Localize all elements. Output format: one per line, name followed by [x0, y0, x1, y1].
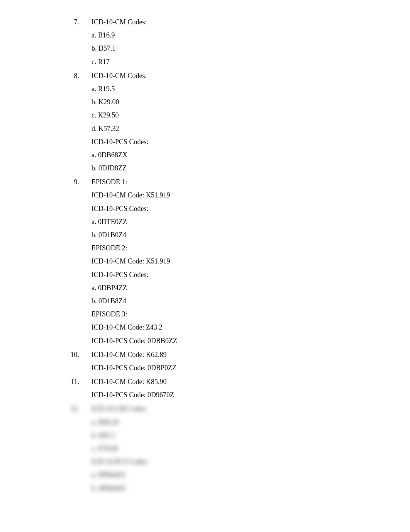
text-line: c. E78.00: [91, 442, 359, 455]
item-body: ICD-10-CM Code: K85.90ICD-10-PCS Code: 0…: [81, 375, 359, 401]
item-number: 12.: [68, 402, 79, 415]
list-item: 11.ICD-10-CM Code: K85.90ICD-10-PCS Code…: [81, 375, 359, 401]
text-line: a. 0DB68ZX: [91, 148, 359, 161]
text-line: b. 0DJD8ZZ: [91, 161, 359, 175]
item-number: 9.: [68, 175, 79, 189]
text-line: ICD-10-PCS Code: 0DBP0ZZ: [91, 361, 359, 374]
list-item: 9.EPISODE 1:ICD-10-CM Code: K51.919ICD-1…: [81, 175, 359, 347]
text-line: a. 0DTE0ZZ: [91, 215, 359, 228]
item-body: ICD-10-CM Codes:a. B16.9b. D57.1c. R17: [81, 15, 359, 68]
text-line: ICD-10-CM Code: K85.90: [91, 375, 359, 388]
text-line: ICD-10-PCS Codes:: [91, 268, 359, 281]
text-line: c. R17: [91, 55, 359, 68]
text-line: c. K29.50: [91, 109, 359, 122]
text-line: EPISODE 2:: [91, 241, 359, 255]
text-line: ICD-10-CM Codes:: [91, 69, 359, 82]
numbered-list: 7.ICD-10-CM Codes:a. B16.9b. D57.1c. R17…: [51, 15, 359, 495]
text-line: ICD-10-PCS Code: 0D9670Z: [91, 388, 359, 401]
document-page: 7.ICD-10-CM Codes:a. B16.9b. D57.1c. R17…: [51, 15, 359, 495]
item-body: ICD-10-CM Codes:a. K80.20b. K81.1c. E78.…: [81, 402, 359, 495]
text-line: ICD-10-PCS Code: 0DBB0ZZ: [91, 334, 359, 347]
item-number: 7.: [68, 15, 79, 29]
text-line: a. B16.9: [91, 29, 359, 42]
text-line: b. 0FB44ZZ: [91, 482, 359, 495]
text-line: a. 0DBP4ZZ: [91, 281, 359, 294]
text-line: a. 0FB44ZZ: [91, 468, 359, 481]
text-line: d. K57.32: [91, 122, 359, 135]
item-number: 10.: [68, 348, 79, 361]
text-line: ICD-10-CM Codes:: [91, 402, 359, 415]
text-line: a. R19.5: [91, 82, 359, 95]
text-line: EPISODE 1:: [91, 175, 359, 189]
text-line: b. K29.00: [91, 95, 359, 109]
text-line: a. K80.20: [91, 416, 359, 429]
text-line: b. D57.1: [91, 42, 359, 55]
text-line: ICD-10-PCS Codes:: [91, 455, 359, 468]
item-body: ICD-10-CM Code: K62.89ICD-10-PCS Code: 0…: [81, 348, 359, 374]
list-item: 8.ICD-10-CM Codes:a. R19.5b. K29.00c. K2…: [81, 69, 359, 175]
item-body: EPISODE 1:ICD-10-CM Code: K51.919ICD-10-…: [81, 175, 359, 347]
item-number: 11.: [68, 375, 79, 388]
text-line: ICD-10-CM Code: K51.919: [91, 189, 359, 202]
text-line: b. K81.1: [91, 429, 359, 442]
text-line: b. 0D1B8Z4: [91, 294, 359, 308]
list-item: 12.ICD-10-CM Codes:a. K80.20b. K81.1c. E…: [81, 402, 359, 495]
text-line: b. 0D1B0Z4: [91, 228, 359, 241]
text-line: EPISODE 3:: [91, 308, 359, 321]
text-line: ICD-10-CM Code: K62.89: [91, 348, 359, 361]
list-item: 7.ICD-10-CM Codes:a. B16.9b. D57.1c. R17: [81, 15, 359, 68]
list-item: 10.ICD-10-CM Code: K62.89ICD-10-PCS Code…: [81, 348, 359, 374]
text-line: ICD-10-PCS Codes:: [91, 135, 359, 148]
text-line: ICD-10-CM Code: Z43.2: [91, 321, 359, 334]
text-line: ICD-10-CM Codes:: [91, 15, 359, 29]
text-line: ICD-10-PCS Codes:: [91, 202, 359, 215]
item-body: ICD-10-CM Codes:a. R19.5b. K29.00c. K29.…: [81, 69, 359, 175]
text-line: ICD-10-CM Code: K51.919: [91, 255, 359, 268]
item-number: 8.: [68, 69, 79, 82]
